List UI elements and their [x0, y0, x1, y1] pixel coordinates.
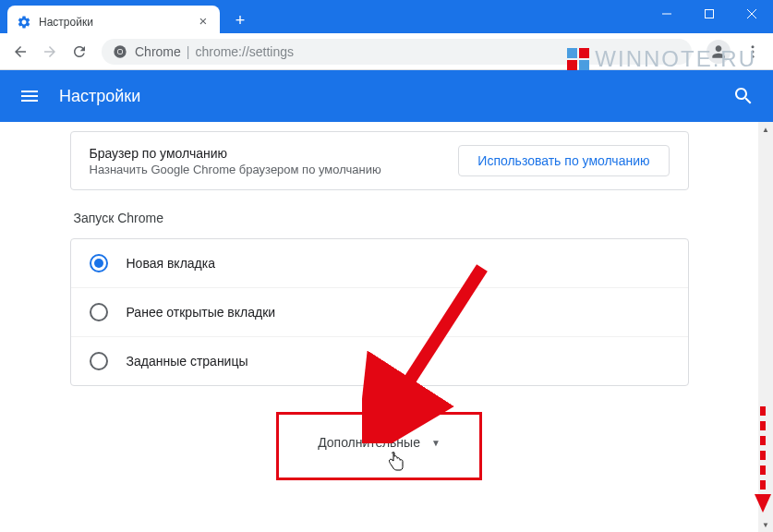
close-window-button[interactable]: [731, 0, 773, 28]
vertical-scrollbar[interactable]: ▲ ▼: [758, 122, 773, 532]
radio-label: Ранее открытые вкладки: [127, 305, 276, 320]
scroll-up-icon[interactable]: ▲: [758, 122, 773, 137]
cursor-icon: [388, 452, 405, 476]
chevron-down-icon: ▼: [431, 438, 441, 448]
page-title: Настройки: [59, 87, 732, 106]
startup-card: Новая вкладка Ранее открытые вкладки Зад…: [70, 238, 689, 386]
startup-option-continue[interactable]: Ранее открытые вкладки: [71, 287, 688, 336]
advanced-label: Дополнительные: [318, 435, 420, 450]
radio-icon[interactable]: [90, 352, 108, 370]
default-browser-card: Браузер по умолчанию Назначить Google Ch…: [70, 131, 689, 190]
svg-rect-1: [706, 10, 714, 18]
address-bar[interactable]: Chrome | chrome://settings: [102, 39, 692, 65]
settings-icon: [17, 15, 31, 30]
settings-header: Настройки: [0, 70, 773, 122]
chrome-icon: [113, 44, 127, 59]
browser-tab[interactable]: Настройки ×: [7, 6, 220, 39]
svg-point-6: [118, 49, 123, 54]
close-tab-icon[interactable]: ×: [196, 15, 211, 30]
tab-title: Настройки: [39, 16, 196, 29]
svg-point-8: [752, 50, 755, 53]
advanced-toggle[interactable]: Дополнительные ▼: [276, 412, 482, 480]
startup-option-new-tab[interactable]: Новая вкладка: [71, 239, 688, 287]
maximize-button[interactable]: [688, 0, 731, 28]
make-default-button[interactable]: Использовать по умолчанию: [458, 145, 669, 176]
radio-label: Заданные страницы: [127, 354, 248, 369]
forward-button[interactable]: [37, 39, 63, 65]
back-button[interactable]: [7, 39, 33, 65]
startup-option-specific[interactable]: Заданные страницы: [71, 336, 688, 385]
svg-point-9: [752, 54, 755, 57]
settings-content: Браузер по умолчанию Назначить Google Ch…: [0, 122, 758, 532]
scroll-down-icon[interactable]: ▼: [758, 517, 773, 532]
radio-icon[interactable]: [90, 303, 108, 321]
window-titlebar: Настройки × +: [0, 0, 773, 33]
radio-label: Новая вкладка: [127, 256, 216, 271]
new-tab-button[interactable]: +: [227, 7, 253, 33]
window-controls: [646, 0, 773, 33]
hamburger-menu-icon[interactable]: [18, 85, 41, 107]
svg-point-7: [752, 45, 755, 48]
search-icon[interactable]: [732, 85, 755, 107]
radio-icon[interactable]: [90, 254, 108, 272]
default-browser-subtitle: Назначить Google Chrome браузером по умо…: [90, 163, 459, 176]
kebab-menu-icon[interactable]: [740, 39, 766, 65]
default-browser-title: Браузер по умолчанию: [90, 146, 459, 161]
profile-avatar[interactable]: [707, 40, 731, 64]
browser-toolbar: Chrome | chrome://settings: [0, 33, 773, 70]
url-text: Chrome | chrome://settings: [135, 44, 294, 59]
scroll-track[interactable]: [758, 137, 773, 517]
reload-button[interactable]: [66, 39, 92, 65]
minimize-button[interactable]: [646, 0, 688, 28]
startup-section-label: Запуск Chrome: [74, 211, 689, 225]
